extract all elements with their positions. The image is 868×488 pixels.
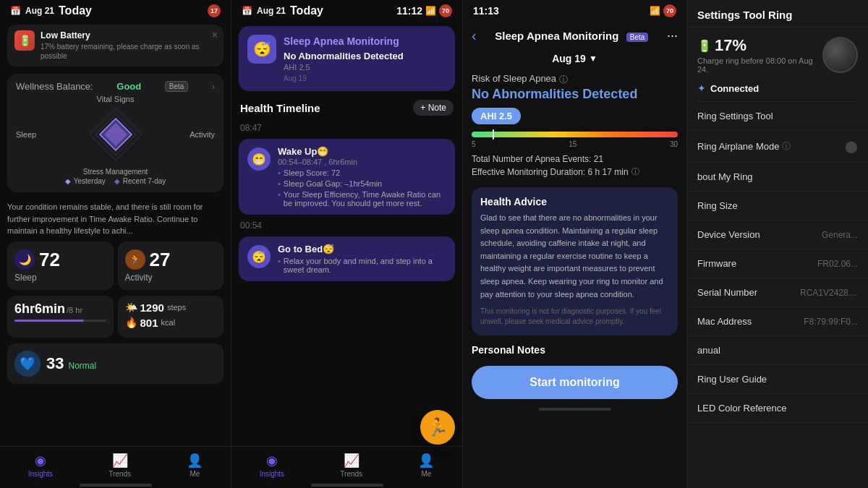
add-note-button[interactable]: + Note [413, 100, 454, 116]
floating-runner-button[interactable]: 🏃 [420, 410, 455, 445]
notif-title: Low Battery [41, 30, 216, 40]
timeline-header: Health Timeline + Note [231, 95, 462, 120]
ring-settings-tool-item[interactable]: Ring Settings Tool [687, 102, 868, 131]
ring-airplane-label: Ring Airplane Mode [697, 141, 779, 152]
ring-size-label: Ring Size [697, 200, 738, 211]
notif-subtitle: 17% battery remaining, please charge as … [41, 42, 216, 61]
about-ring-item[interactable]: bout My Ring [687, 163, 868, 192]
signal-icon-3: 📶 [650, 6, 660, 16]
monitoring-duration: Effective Monitoring Duration: 6 h 17 mi… [472, 167, 629, 177]
status-icons-2: 11:12 📶 70 [396, 4, 452, 17]
stress-label: Stress Management [83, 168, 148, 176]
device-version-item[interactable]: Device Version Genera... [687, 221, 868, 249]
battery-badge-1: 17 [208, 4, 221, 17]
sleep-tl-title: Go to Bed😴 [278, 244, 446, 254]
firmware-item[interactable]: Firmware FR02.06... [687, 249, 868, 278]
sleep-stat-card: 🌙 72 Sleep [7, 241, 114, 290]
more-options-button[interactable]: ··· [667, 28, 678, 43]
steps-row: 🌤️ 1290 steps [125, 301, 217, 314]
bottom-nav-1: ◉ Insights 📈 Trends 👤 Me [0, 446, 231, 481]
date-label-2: Aug 21 [257, 6, 286, 16]
mac-address-value: F8:79:99:F0... [804, 317, 858, 327]
led-color-label: LED Color Reference [697, 403, 787, 414]
stress-num: 33 [46, 354, 64, 373]
nav-trends-2[interactable]: 📈 Trends [340, 453, 362, 478]
connected-label: Connected [710, 83, 759, 94]
nav-me-2[interactable]: 👤 Me [418, 453, 434, 478]
back-button[interactable]: ‹ [472, 27, 477, 44]
timeline-item-sleep: 😴 Go to Bed😴 Relax your body and mind, a… [239, 236, 455, 281]
steps-unit: steps [167, 303, 186, 312]
battery-percentage: 17% [715, 36, 746, 55]
home-indicator-1 [80, 484, 152, 487]
sleep-stat-icon: 🌙 [14, 249, 35, 270]
activity-label: Activity [190, 130, 215, 139]
ahi-indicator [493, 129, 494, 140]
time-label-2: 11:12 [396, 5, 422, 17]
firmware-value: FR02.06... [817, 259, 858, 269]
ring-size-item[interactable]: Ring Size [687, 192, 868, 221]
nav-insights-1[interactable]: ◉ Insights [28, 453, 53, 478]
apnea-card[interactable]: 😴 Sleep Apnea Monitoring No Abnormalitie… [239, 26, 455, 91]
sleep-goal: /8 hr [67, 306, 82, 314]
sleep-stat-label: Sleep [14, 273, 106, 283]
airplane-toggle-icon[interactable]: ⬤ [845, 140, 858, 153]
chevron-right-icon[interactable]: › [212, 82, 215, 92]
trends-label-2: Trends [340, 470, 362, 478]
wakeup-icon: 😁 [247, 147, 271, 171]
trends-icon-2: 📈 [344, 453, 359, 468]
manual-item[interactable]: anual [687, 336, 868, 365]
ring-user-guide-item[interactable]: Ring User Guide [687, 365, 868, 394]
status-bar-2: 📅 Aug 21 Today 11:12 📶 70 [231, 0, 462, 22]
kcal-value: 801 [140, 317, 158, 329]
airplane-row: Ring Airplane Mode ⓘ [697, 140, 791, 153]
ahi-bar: 5 15 30 [472, 132, 678, 148]
insights-icon: ◉ [35, 453, 46, 468]
led-color-reference-item[interactable]: LED Color Reference [687, 394, 868, 423]
wellness-status: Good [116, 81, 141, 92]
apnea-date: Aug 19 [284, 74, 404, 82]
ring-airplane-mode-item[interactable]: Ring Airplane Mode ⓘ ⬤ [687, 131, 868, 163]
serial-number-item[interactable]: Serial Number RCA1V2428400... [687, 278, 868, 307]
sleep-time-card: 6hr6min /8 hr [7, 296, 114, 338]
advice-disclaimer: This monitoring is not for diagnostic pu… [480, 307, 669, 327]
nav-me-1[interactable]: 👤 Me [187, 453, 203, 478]
wellness-prefix: Wellness Balance: [16, 81, 93, 92]
activity-stat-row: 🏃 27 [125, 249, 217, 271]
sleep-time-value: 6hr6min [14, 301, 65, 317]
trends-icon: 📈 [112, 453, 128, 468]
panel-1-insights: 📅 Aug 21 Today 17 🔋 Low Battery 17% batt… [0, 0, 231, 488]
insights-icon-2: ◉ [266, 453, 278, 468]
ring-user-guide-label: Ring User Guide [697, 374, 767, 385]
sleep-tl-bullet: Relax your body and mind, and step into … [278, 257, 446, 274]
mac-address-item[interactable]: Mac Address F8:79:99:F0... [687, 307, 868, 336]
start-monitoring-button[interactable]: Start monitoring [472, 366, 678, 399]
battery-row: 🔋 17% Charge ring before 08:00 on Aug 24… [687, 27, 868, 80]
apnea-page-title: Sleep Apnea Monitoring [495, 30, 618, 42]
wellness-description: Your condition remains stable, and there… [7, 201, 224, 237]
wakeup-content: Wake Up😁 00:54–08:47 , 6hr6min Sleep Sco… [278, 146, 446, 207]
date-label-1: Aug 21 [25, 6, 54, 16]
date-today-2: 📅 Aug 21 Today [242, 4, 323, 17]
battery-icon: 🔋 [697, 39, 712, 53]
signal-icon-2: 📶 [425, 6, 436, 16]
date-chevron-icon[interactable]: ▼ [589, 53, 597, 64]
ahi-label-5: 5 [472, 140, 476, 148]
stress-label: Normal [68, 361, 96, 371]
close-notification-button[interactable]: × [212, 29, 218, 40]
me-label: Me [190, 470, 200, 478]
apnea-date-label: Aug 19 [552, 53, 586, 64]
today-label-1: Today [59, 4, 92, 17]
apnea-card-info: Sleep Apnea Monitoring No Abnormalities … [284, 35, 404, 82]
ahi-label-15: 15 [569, 140, 576, 148]
duration-info-icon: ⓘ [631, 166, 639, 177]
panel-4-settings: Settings Tool Ring 🔋 17% Charge ring bef… [687, 0, 868, 488]
nav-trends-1[interactable]: 📈 Trends [109, 453, 131, 478]
wellness-header: Wellness Balance: Good Beta › [16, 81, 215, 92]
ahi-badge: AHI 2.5 [472, 108, 521, 124]
nav-insights-2[interactable]: ◉ Insights [260, 453, 284, 478]
insights-label: Insights [28, 470, 53, 478]
notification-banner: 🔋 Low Battery 17% battery remaining, ple… [7, 25, 224, 67]
status-icons-3: 📶 70 [650, 4, 676, 17]
settings-title: Settings Tool Ring [697, 9, 858, 21]
